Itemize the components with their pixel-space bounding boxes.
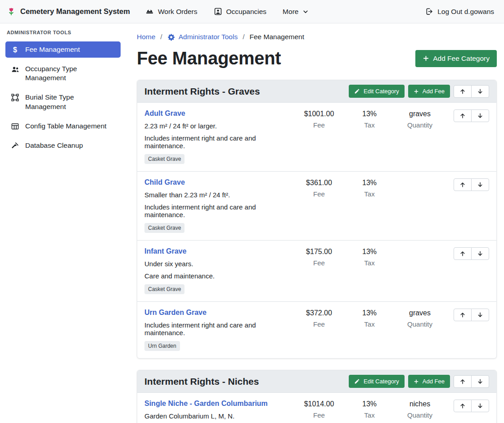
- fee-name-link[interactable]: Infant Grave: [144, 247, 186, 255]
- fee-name-link[interactable]: Adult Grave: [144, 109, 185, 118]
- fee-reorder-group: [454, 109, 489, 122]
- edit-category-label: Edit Category: [364, 88, 399, 95]
- add-fee-button[interactable]: Add Fee: [408, 85, 450, 98]
- move-fee-down-button[interactable]: [471, 400, 489, 412]
- fee-description: Includes interment right and care and ma…: [144, 203, 291, 218]
- gear-icon: [167, 33, 175, 41]
- fee-name-link[interactable]: Child Grave: [144, 178, 185, 186]
- breadcrumb-current: Fee Management: [250, 33, 305, 41]
- sidebar-item-database-cleanup[interactable]: Database Cleanup: [5, 137, 121, 154]
- fee-reorder-group: [454, 400, 489, 412]
- fee-name-link[interactable]: Single Niche - Garden Columbarium: [144, 400, 268, 408]
- plus-icon: [423, 55, 429, 62]
- users-icon: [10, 65, 20, 74]
- fee-row: Infant Grave Under six years. Care and m…: [137, 240, 496, 301]
- edit-category-button[interactable]: Edit Category: [349, 375, 405, 388]
- fee-row: Single Niche - Garden Columbarium Garden…: [137, 393, 496, 423]
- sidebar-item-label: Fee Management: [25, 45, 80, 54]
- nav-more[interactable]: More: [283, 8, 309, 16]
- sidebar-item-label: Burial Site Type Management: [25, 93, 116, 111]
- fee-reorder-group: [454, 247, 489, 260]
- nav-occupancies[interactable]: Occupancies: [214, 7, 267, 16]
- move-fee-up-button[interactable]: [454, 309, 472, 321]
- move-fee-up-button[interactable]: [454, 400, 472, 412]
- move-category-up-button[interactable]: [454, 85, 472, 98]
- person-frame-icon: [214, 7, 222, 16]
- fee-type-badge: Casket Grave: [144, 154, 184, 164]
- chevron-down-icon: [302, 9, 309, 15]
- move-category-down-button[interactable]: [471, 85, 489, 98]
- fee-name-link[interactable]: Urn Garden Grave: [144, 309, 207, 317]
- fee-description: Garden Columbarium L, M, N.: [144, 412, 291, 420]
- sidebar-item-burial-site-type[interactable]: Burial Site Type Management: [5, 89, 121, 114]
- fee-description: Includes interment right and care and ma…: [144, 321, 291, 337]
- fee-amount-cell: $372.00 Fee: [294, 309, 344, 328]
- fee-type-badge: Casket Grave: [144, 284, 184, 294]
- add-fee-category-label: Add Fee Category: [433, 55, 490, 63]
- quantity-cell: [395, 178, 445, 179]
- sidebar-item-config-table[interactable]: Config Table Management: [5, 118, 121, 134]
- breadcrumb-separator: /: [243, 33, 244, 41]
- sidebar-item-occupancy-type[interactable]: Occupancy Type Management: [5, 61, 121, 86]
- plus-icon: [414, 379, 419, 384]
- add-fee-label: Add Fee: [423, 378, 445, 385]
- breadcrumb: Home / Administrator Tools / Fee Managem…: [137, 33, 497, 41]
- category-reorder-group: [454, 375, 489, 388]
- breadcrumb-admin-tools-label: Administrator Tools: [179, 33, 238, 41]
- quantity-cell: graves Quantity: [395, 109, 445, 129]
- sidebar-item-label: Database Cleanup: [25, 141, 83, 150]
- breadcrumb-home[interactable]: Home: [137, 33, 155, 41]
- pencil-icon: [354, 88, 360, 94]
- move-fee-up-button[interactable]: [454, 247, 472, 260]
- breadcrumb-admin-tools[interactable]: Administrator Tools: [167, 33, 238, 41]
- admin-sidebar: Administrator Tools $ Fee Management Occ…: [0, 23, 126, 423]
- nav-work-orders-label: Work Orders: [158, 8, 198, 16]
- move-category-down-button[interactable]: [471, 375, 489, 388]
- logout-link[interactable]: Log Out d.gowans: [425, 7, 494, 16]
- move-fee-down-button[interactable]: [471, 309, 489, 321]
- tax-cell: 13% Tax: [347, 109, 392, 129]
- move-fee-down-button[interactable]: [471, 178, 489, 191]
- logout-label: Log Out d.gowans: [437, 8, 494, 16]
- broom-icon: [10, 141, 20, 150]
- logout-icon: [425, 7, 433, 16]
- fee-row: Urn Garden Grave Includes interment righ…: [137, 301, 496, 358]
- edit-category-button[interactable]: Edit Category: [349, 85, 405, 98]
- move-fee-down-button[interactable]: [471, 247, 489, 260]
- sidebar-item-fee-management[interactable]: $ Fee Management: [5, 41, 121, 58]
- vector-square-icon: [10, 93, 20, 102]
- tax-cell: 13% Tax: [347, 247, 392, 267]
- fee-description: Smaller than 2.23 m² / 24 ft².: [144, 191, 291, 199]
- move-fee-up-button[interactable]: [454, 109, 472, 122]
- move-fee-down-button[interactable]: [471, 109, 489, 122]
- sidebar-item-label: Config Table Management: [25, 122, 107, 131]
- fee-description: Under six years.: [144, 260, 291, 268]
- page-title: Fee Management: [137, 48, 281, 68]
- category-title: Interment Rights - Graves: [144, 86, 260, 97]
- table-icon: [10, 122, 20, 131]
- fee-amount-cell: $175.00 Fee: [294, 247, 344, 267]
- fee-amount-cell: $1014.00 Fee: [294, 400, 344, 419]
- fee-amount-cell: $361.00 Fee: [294, 178, 344, 198]
- category-card-graves: Interment Rights - Graves Edit Category …: [137, 80, 497, 359]
- fee-amount-cell: $1001.00 Fee: [294, 109, 344, 129]
- add-fee-category-button[interactable]: Add Fee Category: [415, 50, 497, 67]
- sidebar-heading: Administrator Tools: [5, 30, 121, 35]
- plus-icon: [414, 89, 419, 94]
- move-fee-up-button[interactable]: [454, 178, 472, 191]
- fee-row: Adult Grave 2.23 m² / 24 ft² or larger. …: [137, 103, 496, 171]
- add-fee-button[interactable]: Add Fee: [408, 375, 450, 388]
- move-category-up-button[interactable]: [454, 375, 472, 388]
- category-card-niches: Interment Rights - Niches Edit Category …: [137, 370, 497, 423]
- fee-description: Care and maintenance.: [144, 272, 291, 280]
- dollar-icon: $: [10, 45, 20, 54]
- nav-work-orders[interactable]: Work Orders: [145, 7, 198, 16]
- fee-type-badge: Casket Grave: [144, 223, 184, 233]
- tax-cell: 13% Tax: [347, 309, 392, 328]
- nav-occupancies-label: Occupancies: [226, 8, 267, 16]
- quantity-cell: graves Quantity: [395, 309, 445, 328]
- fee-description: Includes interment right and care and ma…: [144, 134, 291, 150]
- fee-description: 2.23 m² / 24 ft² or larger.: [144, 122, 291, 130]
- category-title: Interment Rights - Niches: [144, 376, 259, 387]
- app-brand[interactable]: Cemetery Management System: [6, 7, 130, 17]
